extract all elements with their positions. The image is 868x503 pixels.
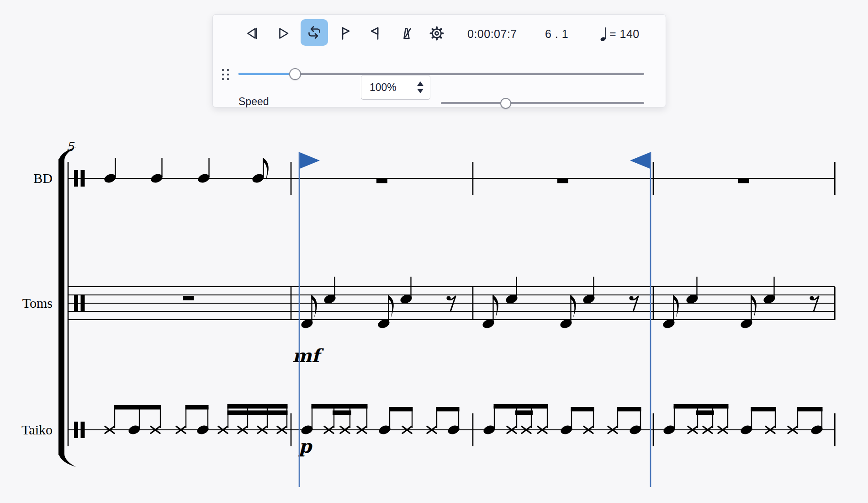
gear-icon [429, 25, 445, 42]
whole-rest[interactable] [557, 179, 568, 183]
loop-icon [306, 24, 323, 41]
play-button[interactable] [275, 25, 291, 42]
speed-value: 100% [370, 75, 397, 99]
beam [674, 404, 729, 409]
beam [617, 407, 641, 412]
staff-label-taiko: Taiko [21, 422, 53, 437]
loop-end-flag[interactable] [630, 152, 650, 169]
toolbar-drag-handle[interactable] [221, 68, 231, 81]
secondary-beam [515, 411, 533, 415]
loop-marker-in-button[interactable] [337, 25, 354, 42]
speed-increment-arrow[interactable] [417, 81, 423, 86]
loop-start-flag[interactable] [300, 152, 320, 169]
seek-slider-fill [238, 73, 295, 75]
quarter-note-icon [600, 26, 607, 42]
percussion-clef [81, 170, 85, 187]
tempo-value: = 140 [609, 27, 640, 40]
secondary-beam [696, 411, 714, 415]
percussion-clef [81, 422, 85, 438]
metronome-button[interactable] [398, 25, 414, 42]
app: BDTomsTaiko5mfp [0, 0, 868, 503]
speed-spinbox[interactable]: 100% [361, 75, 430, 100]
whole-rest[interactable] [738, 179, 749, 183]
metronome-icon [398, 25, 414, 42]
speed-decrement-arrow[interactable] [417, 89, 423, 93]
rewind-icon [243, 25, 260, 42]
playback-settings-button[interactable] [429, 25, 445, 42]
secondary-beam [333, 411, 351, 415]
speed-slider-handle[interactable] [500, 98, 511, 109]
staff-label-toms: Toms [22, 295, 53, 310]
play-icon [275, 25, 291, 42]
whole-rest[interactable] [376, 179, 387, 183]
beam [436, 407, 460, 412]
system-bracket [58, 159, 64, 455]
seek-slider-handle[interactable] [289, 68, 301, 80]
bracket-hook-bottom [58, 453, 76, 467]
beam [312, 404, 368, 409]
rewind-button[interactable] [243, 25, 260, 42]
whole-rest[interactable] [183, 296, 194, 300]
beam [389, 407, 413, 412]
beam [494, 404, 548, 409]
percussion-clef [74, 295, 78, 311]
percussion-clef [81, 295, 85, 311]
measure-number: 5 [66, 139, 75, 154]
secondary-beam [228, 411, 288, 415]
beam [571, 407, 594, 412]
tempo-display: = 140 [600, 27, 640, 40]
flag-out-icon [367, 25, 383, 42]
playback-position: 6 . 1 [545, 27, 568, 40]
beam [114, 405, 161, 410]
dynamic-marking: p [298, 435, 313, 457]
beam [228, 404, 288, 409]
beam [751, 407, 776, 412]
percussion-clef [74, 422, 78, 438]
speed-slider-track[interactable] [441, 102, 644, 104]
playback-toolbar: 0:00:07:7 6 . 1 = 140 Speed 100% [212, 14, 666, 107]
beam [185, 405, 209, 410]
flag-in-icon [337, 25, 354, 42]
beam [797, 407, 823, 412]
staff-label-bd: BD [33, 171, 53, 186]
dynamic-marking: mf [292, 345, 324, 366]
percussion-clef [74, 170, 78, 187]
loop-marker-out-button[interactable] [367, 25, 383, 42]
speed-label: Speed [238, 96, 269, 108]
playback-time: 0:00:07:7 [467, 27, 517, 40]
loop-playback-button[interactable] [301, 19, 328, 46]
